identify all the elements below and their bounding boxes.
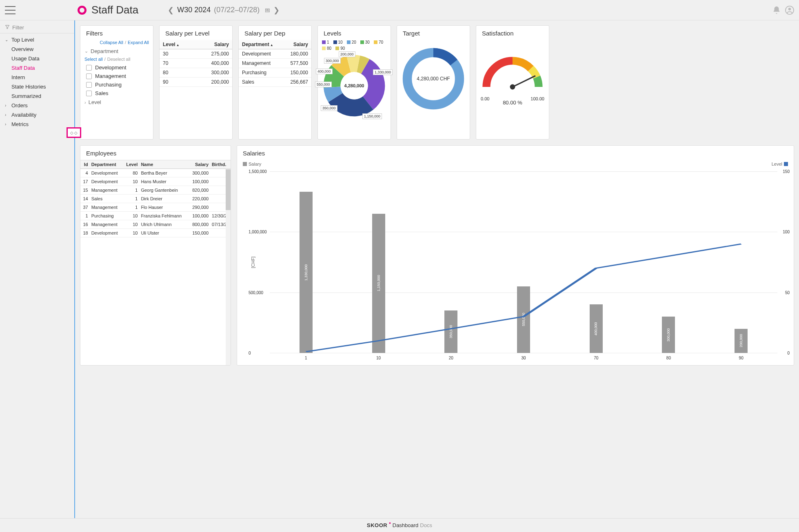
table-row[interactable]: 16Management10Ulrich Uhlmann800,00007/13…: [80, 220, 231, 229]
header: Staff Data ❮ W30 2024 (07/22–07/28) 📅︎ ❯: [0, 0, 799, 20]
col-birthdate[interactable]: Birthd.: [210, 160, 231, 169]
chevron-down-icon: ⌄: [84, 49, 88, 54]
sidebar: ◇ ◇ Filter ⌄Top Level Overview Usage Dat…: [0, 20, 75, 518]
sidebar-item-overview[interactable]: Overview: [0, 44, 75, 54]
sidebar-item-summarized[interactable]: Summarized: [0, 91, 75, 101]
filter-checkbox-sales[interactable]: Sales: [80, 89, 153, 98]
legend-item: 70: [374, 40, 383, 44]
filter-checkbox-development[interactable]: Development: [80, 63, 153, 72]
salary-per-level-title: Salary per Level: [160, 26, 232, 40]
satisfaction-gauge-chart: 0.00 100.00: [480, 48, 545, 97]
chevron-right-icon: ›: [5, 122, 9, 126]
col-department[interactable]: Department: [90, 160, 123, 169]
col-name[interactable]: Name: [139, 160, 188, 169]
target-card: Target 4,280,000 CHF: [397, 25, 470, 140]
salaries-legend-level: Level: [772, 162, 788, 166]
table-row[interactable]: 1Purchasing10Franziska Fehlmann100,00012…: [80, 212, 231, 220]
table-row[interactable]: 18Development10Uli Ulster150,000: [80, 229, 231, 237]
deselect-all-link[interactable]: Deselect all: [107, 57, 131, 62]
col-id[interactable]: Id: [80, 160, 90, 169]
checkbox-icon: [86, 73, 92, 79]
salary-per-dep-card: Salary per Dep Department▲ Salary Develo…: [238, 25, 312, 140]
employees-title: Employees: [80, 146, 231, 160]
filter-checkbox-purchasing[interactable]: Purchasing: [80, 80, 153, 89]
sidebar-item-availability[interactable]: ›Availability: [0, 110, 75, 120]
user-avatar-icon[interactable]: [785, 6, 794, 15]
col-salary[interactable]: Salary: [283, 40, 311, 49]
table-row[interactable]: 30275,000: [160, 49, 232, 59]
sidebar-item-intern[interactable]: Intern: [0, 73, 75, 82]
sidebar-item-orders[interactable]: ›Orders: [0, 101, 75, 110]
table-row[interactable]: Sales256,667: [239, 78, 311, 87]
expand-all-link[interactable]: Expand All: [128, 40, 149, 45]
donut-label: 1,150,000: [362, 113, 382, 119]
date-range-label: (07/22–07/28): [214, 6, 260, 14]
footer-brand: SKOOR: [367, 522, 387, 528]
table-row[interactable]: 15Management1Georg Gantenbein820,000: [80, 186, 231, 195]
employees-card: Employees Id Department Level Name Salar…: [80, 145, 231, 366]
table-row[interactable]: 4Development80Bertha Beyer300,000: [80, 169, 231, 177]
sidebar-item-staff-data[interactable]: Staff Data: [0, 63, 75, 73]
col-level[interactable]: Level▲: [160, 40, 195, 49]
checkbox-icon: [86, 82, 92, 88]
select-all-link[interactable]: Select all: [84, 57, 103, 62]
salary-per-level-card: Salary per Level Level▲ Salary 30275,000…: [159, 25, 233, 140]
legend-item: 30: [360, 40, 370, 44]
table-row[interactable]: 14Sales1Dirk Dreier220,000: [80, 195, 231, 203]
satisfaction-title: Satisfaction: [476, 26, 549, 40]
date-navigator: ❮ W30 2024 (07/22–07/28) 📅︎ ❯: [168, 6, 280, 15]
table-row[interactable]: 17Development10Hans Muster100,000: [80, 177, 231, 186]
col-salary[interactable]: Salary: [189, 160, 210, 169]
next-week-icon[interactable]: ❯: [273, 6, 280, 15]
footer-docs-link[interactable]: Docs: [420, 522, 432, 528]
calendar-icon[interactable]: 📅︎: [264, 7, 270, 13]
collapse-all-link[interactable]: Collapse All: [100, 40, 123, 45]
filter-group-department[interactable]: ⌄ Department: [80, 47, 153, 56]
sidebar-resize-handle-icon[interactable]: ◇ ◇: [67, 127, 81, 138]
table-row[interactable]: Management577,500: [239, 59, 311, 68]
filter-icon: [5, 24, 10, 31]
target-value: 4,280,000 CHF: [417, 76, 450, 82]
legend-item: 10: [333, 40, 343, 44]
sidebar-item-usage-data[interactable]: Usage Data: [0, 54, 75, 63]
salary-per-level-table: Level▲ Salary 30275,00070400,00080300,00…: [160, 40, 232, 87]
footer: SKOOR• Dashboard Docs: [0, 518, 799, 532]
table-row[interactable]: 90200,000: [160, 78, 232, 87]
y-axis-label: [CHF]: [251, 256, 255, 268]
target-ring-chart: 4,280,000 CHF: [401, 46, 466, 111]
notifications-icon[interactable]: [772, 6, 781, 15]
hamburger-menu-icon[interactable]: [5, 6, 16, 14]
sidebar-item-state-histories[interactable]: State Histories: [0, 82, 75, 91]
prev-week-icon[interactable]: ❮: [168, 6, 174, 15]
sidebar-filter-label: Filter: [12, 24, 24, 31]
gauge-max: 100.00: [530, 96, 544, 101]
col-level[interactable]: Level: [123, 160, 139, 169]
filters-card: Filters Collapse All / Expand All ⌄ Depa…: [80, 25, 153, 140]
date-week-label[interactable]: W30 2024: [177, 6, 211, 14]
col-salary[interactable]: Salary: [195, 40, 232, 49]
legend-item: 80: [322, 46, 331, 51]
employees-scrollbar[interactable]: [226, 169, 231, 365]
donut-label: 1,330,000: [373, 69, 393, 75]
sidebar-filter-row[interactable]: Filter: [0, 22, 75, 33]
sidebar-item-metrics[interactable]: ›Metrics: [0, 120, 75, 129]
table-row[interactable]: 70400,000: [160, 59, 232, 68]
salary-per-dep-table: Department▲ Salary Development180,000Man…: [239, 40, 311, 87]
app-logo-icon: [78, 6, 87, 15]
chevron-down-icon: ⌄: [5, 38, 9, 42]
table-row[interactable]: Development180,000: [239, 49, 311, 59]
table-row[interactable]: Purchasing150,000: [239, 68, 311, 78]
svg-line-13: [513, 76, 535, 87]
footer-sub: Dashboard: [393, 522, 419, 528]
footer-dot-icon: •: [389, 520, 391, 526]
col-department[interactable]: Department▲: [239, 40, 283, 49]
employees-table: Id Department Level Name Salary Birthd. …: [80, 160, 231, 237]
filter-checkbox-management[interactable]: Management: [80, 72, 153, 80]
filter-group-level[interactable]: › Level: [80, 98, 153, 107]
sidebar-item-top-level[interactable]: ⌄Top Level: [0, 35, 75, 44]
legend-item: 1: [322, 40, 329, 44]
salaries-card: Salaries Salary Level [CHF] 0500,0001,00…: [237, 145, 794, 366]
table-row[interactable]: 80300,000: [160, 68, 232, 78]
table-row[interactable]: 37Management1Flo Hauser290,000: [80, 203, 231, 212]
chevron-right-icon: ›: [5, 113, 9, 117]
